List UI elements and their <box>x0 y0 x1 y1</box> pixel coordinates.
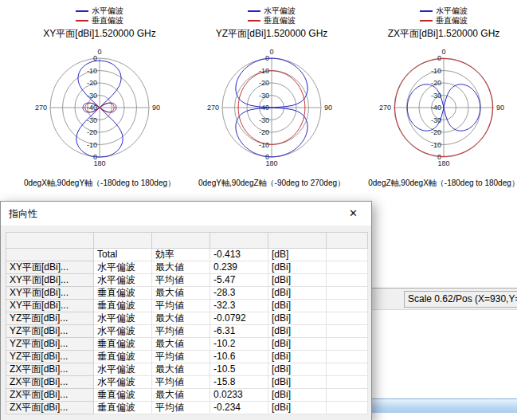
cell-unit[interactable]: [dBi] <box>268 312 327 325</box>
polar-chart-zx: 水平偏波垂直偏波ZX平面[dBi]1.520000 GHz0-10-20-30-… <box>358 5 517 189</box>
cell-statistic[interactable]: 最大値 <box>152 287 210 300</box>
row-header-plane[interactable]: XY平面[dBi]... <box>6 300 94 312</box>
row-header-plane[interactable]: YZ平面[dBi]... <box>6 312 94 325</box>
row-header-plane[interactable]: ZX平面[dBi]... <box>6 363 94 376</box>
cell-unit[interactable]: [dBi] <box>268 363 327 376</box>
angle-label-270: 270 <box>207 104 219 112</box>
grid-column-header[interactable] <box>210 233 268 249</box>
cell-statistic[interactable]: 平均値 <box>152 274 210 287</box>
dialog-titlebar[interactable]: 指向性 ✕ <box>1 202 371 226</box>
cell-filler <box>327 351 368 363</box>
table-row: Total効率-0.413[dB] <box>6 249 368 261</box>
cell-unit[interactable]: [dBi] <box>268 300 327 312</box>
cell-polarization[interactable]: 垂直偏波 <box>94 389 152 402</box>
row-header-plane[interactable]: XY平面[dBi]... <box>6 261 94 274</box>
cell-unit[interactable]: [dBi] <box>268 389 327 402</box>
cell-value[interactable]: -15.8 <box>210 376 268 389</box>
angle-label-0: 0 <box>441 48 445 56</box>
row-header-plane[interactable]: YZ平面[dBi]... <box>6 325 94 338</box>
cell-filler <box>327 300 368 312</box>
grid-column-header[interactable] <box>152 233 210 249</box>
cell-unit[interactable]: [dBi] <box>268 274 327 287</box>
cell-unit[interactable]: [dBi] <box>268 287 327 300</box>
cell-value[interactable]: -28.3 <box>210 287 268 300</box>
polar-chart-xy: 水平偏波垂直偏波XY平面[dBi]1.520000 GHz0-10-20-30-… <box>14 5 186 189</box>
cell-polarization[interactable]: 水平偏波 <box>94 312 152 325</box>
grid-column-header[interactable] <box>94 233 152 249</box>
cell-polarization[interactable]: 水平偏波 <box>94 261 152 274</box>
legend-line-swatch <box>248 10 260 12</box>
grid-column-header[interactable] <box>327 233 368 249</box>
status-scale-text: Scale 0.62/Pos (X=930,Y=- <box>404 291 517 308</box>
cell-filler <box>327 312 368 325</box>
cell-statistic[interactable]: 最大値 <box>152 389 210 402</box>
cell-filler <box>327 402 368 414</box>
cell-statistic[interactable]: 最大値 <box>152 363 210 376</box>
row-header-plane[interactable] <box>6 249 94 261</box>
cell-unit[interactable]: [dBi] <box>268 376 327 389</box>
legend-item: 垂直偏波 <box>248 16 296 25</box>
cell-polarization[interactable]: 垂直偏波 <box>94 402 152 414</box>
close-button[interactable]: ✕ <box>335 202 371 226</box>
cell-value[interactable]: -6.31 <box>210 325 268 338</box>
cell-polarization[interactable]: 垂直偏波 <box>94 338 152 351</box>
cell-statistic[interactable]: 平均値 <box>152 325 210 338</box>
cell-polarization[interactable]: Total <box>94 249 152 261</box>
grid-column-header[interactable] <box>268 233 327 249</box>
background-window-bar[interactable] <box>370 398 517 413</box>
radial-tick-label: -10 <box>431 67 441 75</box>
cell-statistic[interactable]: 平均値 <box>152 351 210 363</box>
table-row: YZ平面[dBi]...垂直偏波最大値-10.2[dBi] <box>6 338 368 351</box>
cell-unit[interactable]: [dBi] <box>268 261 327 274</box>
grid-body: Total効率-0.413[dB]XY平面[dBi]...水平偏波最大値0.23… <box>6 249 368 414</box>
cell-unit[interactable]: [dBi] <box>268 351 327 363</box>
cell-value[interactable]: -32.3 <box>210 300 268 312</box>
cell-value[interactable]: -10.6 <box>210 351 268 363</box>
cell-unit[interactable]: [dBi] <box>268 325 327 338</box>
cell-polarization[interactable]: 水平偏波 <box>94 376 152 389</box>
row-header-plane[interactable]: YZ平面[dBi]... <box>6 351 94 363</box>
legend-line-swatch <box>76 20 88 22</box>
cell-value[interactable]: -0.413 <box>210 249 268 261</box>
polar-plot: 0-10-20-30-40-30-20-100018090270 <box>25 41 174 176</box>
grid-corner-header[interactable] <box>6 233 94 249</box>
cell-polarization[interactable]: 垂直偏波 <box>94 287 152 300</box>
row-header-plane[interactable]: ZX平面[dBi]... <box>6 376 94 389</box>
cell-filler <box>327 376 368 389</box>
cell-statistic[interactable]: 最大値 <box>152 261 210 274</box>
table-row: ZX平面[dBi]...垂直偏波平均値-0.234[dBi] <box>6 402 368 414</box>
cell-value[interactable]: -0.234 <box>210 402 268 414</box>
cell-filler <box>327 363 368 376</box>
row-header-plane[interactable]: ZX平面[dBi]... <box>6 402 94 414</box>
cell-statistic[interactable]: 平均値 <box>152 402 210 414</box>
cell-statistic[interactable]: 平均値 <box>152 376 210 389</box>
cell-statistic[interactable]: 最大値 <box>152 338 210 351</box>
chart-caption: 0degZ軸,90degX軸（-180deg to 180deg） <box>368 178 517 189</box>
cell-value[interactable]: -10.5 <box>210 363 268 376</box>
table-row: ZX平面[dBi]...垂直偏波最大値0.0233[dBi] <box>6 389 368 402</box>
cell-statistic[interactable]: 最大値 <box>152 312 210 325</box>
cell-value[interactable]: -0.0792 <box>210 312 268 325</box>
cell-polarization[interactable]: 垂直偏波 <box>94 300 152 312</box>
cell-statistic[interactable]: 効率 <box>152 249 210 261</box>
row-header-plane[interactable]: XY平面[dBi]... <box>6 287 94 300</box>
cell-unit[interactable]: [dB] <box>268 249 327 261</box>
cell-polarization[interactable]: 水平偏波 <box>94 325 152 338</box>
cell-polarization[interactable]: 垂直偏波 <box>94 351 152 363</box>
radial-tick-label: -30 <box>87 116 97 124</box>
cell-value[interactable]: 0.0233 <box>210 389 268 402</box>
table-row: XY平面[dBi]...水平偏波平均値-5.47[dBi] <box>6 274 368 287</box>
row-header-plane[interactable]: XY平面[dBi]... <box>6 274 94 287</box>
cell-value[interactable]: 0.239 <box>210 261 268 274</box>
cell-value[interactable]: -10.2 <box>210 338 268 351</box>
cell-polarization[interactable]: 水平偏波 <box>94 274 152 287</box>
chart-title: YZ平面[dBi]1.520000 GHz <box>216 27 328 41</box>
cell-value[interactable]: -5.47 <box>210 274 268 287</box>
row-header-plane[interactable]: ZX平面[dBi]... <box>6 389 94 402</box>
cell-polarization[interactable]: 水平偏波 <box>94 363 152 376</box>
cell-unit[interactable]: [dBi] <box>268 402 327 414</box>
table-row: YZ平面[dBi]...水平偏波最大値-0.0792[dBi] <box>6 312 368 325</box>
cell-unit[interactable]: [dBi] <box>268 338 327 351</box>
row-header-plane[interactable]: YZ平面[dBi]... <box>6 338 94 351</box>
cell-statistic[interactable]: 平均値 <box>152 300 210 312</box>
